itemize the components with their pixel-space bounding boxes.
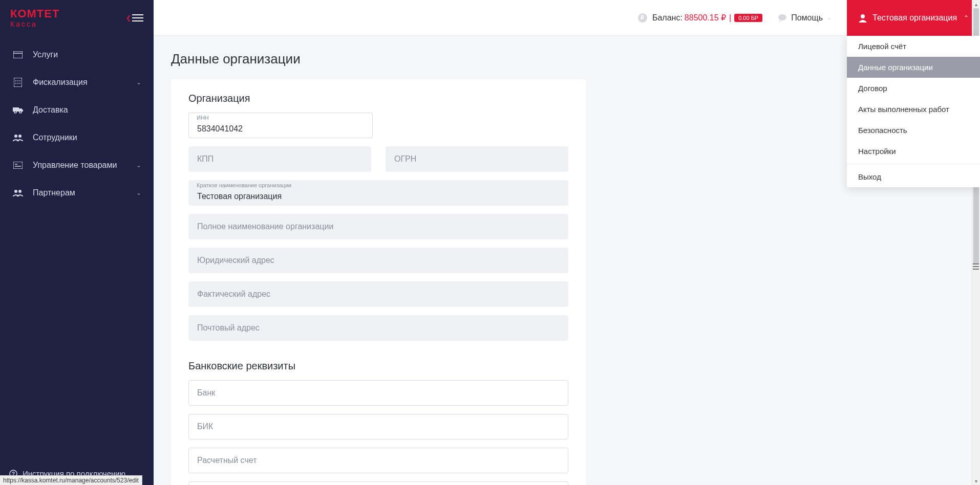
full-name-field [188, 214, 568, 239]
svg-point-5 [19, 80, 20, 81]
svg-point-8 [19, 83, 20, 84]
page-title: Данные организации [171, 51, 963, 67]
balance-block[interactable]: ₽ Баланс: 88500.15 ₽ | 0.00 БР [638, 13, 762, 23]
sidebar-collapse-button[interactable]: ❮ [126, 14, 143, 21]
sidebar-item-label: Фискализация [33, 78, 136, 87]
full-name-input[interactable] [188, 214, 568, 239]
people-icon [12, 134, 24, 141]
scroll-marker [973, 263, 979, 270]
main: ₽ Баланс: 88500.15 ₽ | 0.00 БР Помощь ⌄ … [154, 0, 980, 485]
topbar: ₽ Баланс: 88500.15 ₽ | 0.00 БР Помощь ⌄ … [154, 0, 980, 36]
short-name-input[interactable] [188, 180, 568, 206]
logo-sub: Касса [10, 20, 59, 28]
org-section-title: Организация [188, 93, 568, 104]
sidebar-item-delivery[interactable]: Доставка [0, 96, 154, 124]
help-button[interactable]: Помощь ⌄ [778, 13, 832, 23]
chevron-down-icon: ⌄ [827, 14, 832, 21]
chevron-down-icon: ⌄ [136, 79, 141, 86]
inn-input[interactable] [188, 113, 373, 138]
balance-label: Баланс: [652, 13, 683, 23]
chevron-down-icon: ⌄ [136, 162, 141, 169]
sidebar-item-label: Доставка [33, 105, 141, 115]
bank-field [188, 380, 568, 406]
acc-field [188, 448, 568, 473]
help-label: Помощь [791, 13, 823, 23]
services-icon [12, 51, 24, 58]
status-url: https://kassa.komtet.ru/manage/accounts/… [0, 475, 142, 485]
user-label: Тестовая организация [872, 13, 957, 23]
sidebar-item-goods[interactable]: Управление товарами ⌄ [0, 151, 154, 179]
sidebar-nav: Услуги Фискализация ⌄ Доставка Сотрудни [0, 36, 154, 462]
svg-point-11 [14, 135, 17, 138]
sidebar: КОМТЕТ Касса ❮ Услуги Фискал [0, 0, 154, 485]
balance-amount: 88500.15 ₽ [685, 13, 726, 23]
svg-point-20 [861, 14, 865, 18]
dd-item-org-data[interactable]: Данные организации [847, 57, 980, 78]
bank-input[interactable] [188, 380, 568, 406]
dd-item-settings[interactable]: Настройки [847, 141, 980, 162]
chevron-left-icon: ❮ [126, 14, 131, 21]
scroll-up-icon[interactable]: ▴ [972, 0, 980, 8]
kpp-field [188, 146, 371, 172]
kpp-input[interactable] [188, 146, 371, 172]
user-menu-button[interactable]: Тестовая организация ⌃ [847, 0, 980, 36]
card-icon [12, 162, 24, 169]
bik-input[interactable] [188, 414, 568, 439]
chat-icon [778, 13, 787, 23]
svg-point-3 [15, 80, 16, 81]
sidebar-item-label: Услуги [33, 50, 141, 59]
dd-item-exit[interactable]: Выход [847, 166, 980, 187]
logo-main: КОМТЕТ [10, 8, 59, 19]
actual-addr-field [188, 281, 568, 307]
postal-addr-field [188, 315, 568, 341]
user-dropdown: Лицевой счёт Данные организации Договор … [847, 36, 980, 187]
ogrn-input[interactable] [386, 146, 568, 172]
balance-divider: | [729, 13, 731, 23]
scroll-down-icon[interactable]: ▾ [972, 477, 980, 485]
corr-input[interactable] [188, 481, 568, 485]
svg-rect-2 [14, 78, 22, 87]
org-card: Организация ИНН [171, 79, 586, 485]
sidebar-item-partners[interactable]: Партнерам ⌄ [0, 179, 154, 207]
svg-rect-13 [13, 162, 23, 169]
bik-field [188, 414, 568, 439]
svg-point-12 [18, 135, 22, 138]
dropdown-separator [847, 164, 980, 164]
corr-field [188, 481, 568, 485]
postal-addr-input[interactable] [188, 315, 568, 341]
dd-item-account[interactable]: Лицевой счёт [847, 36, 980, 57]
svg-point-17 [18, 190, 22, 193]
ruble-icon: ₽ [638, 13, 647, 23]
sidebar-item-services[interactable]: Услуги [0, 41, 154, 69]
sidebar-item-label: Партнерам [33, 188, 136, 197]
svg-point-7 [17, 83, 18, 84]
acc-input[interactable] [188, 448, 568, 473]
logo[interactable]: КОМТЕТ Касса [10, 8, 59, 28]
sidebar-item-label: Сотрудники [33, 133, 141, 142]
dd-item-acts[interactable]: Акты выполненных работ [847, 99, 980, 120]
ogrn-field [386, 146, 568, 172]
actual-addr-input[interactable] [188, 281, 568, 307]
dd-item-contract[interactable]: Договор [847, 78, 980, 99]
sidebar-item-fiscalization[interactable]: Фискализация ⌄ [0, 69, 154, 96]
hamburger-icon [132, 14, 143, 21]
svg-rect-0 [13, 51, 23, 58]
svg-point-4 [17, 80, 18, 81]
chevron-up-icon: ⌃ [964, 14, 969, 21]
balance-badge: 0.00 БР [734, 14, 762, 22]
svg-point-16 [14, 190, 17, 193]
bank-section-title: Банковские реквизиты [188, 360, 568, 372]
people-icon [12, 189, 24, 196]
sidebar-item-employees[interactable]: Сотрудники [0, 124, 154, 151]
sidebar-header: КОМТЕТ Касса ❮ [0, 0, 154, 36]
short-name-field: Краткое наименование организации [188, 180, 568, 206]
svg-point-10 [19, 111, 22, 113]
chevron-down-icon: ⌄ [136, 189, 141, 196]
dd-item-security[interactable]: Безопасность [847, 120, 980, 141]
truck-icon [12, 106, 24, 114]
legal-addr-input[interactable] [188, 248, 568, 273]
calculator-icon [12, 78, 24, 87]
sidebar-item-label: Управление товарами [33, 161, 136, 170]
user-icon [858, 13, 867, 23]
legal-addr-field [188, 248, 568, 273]
